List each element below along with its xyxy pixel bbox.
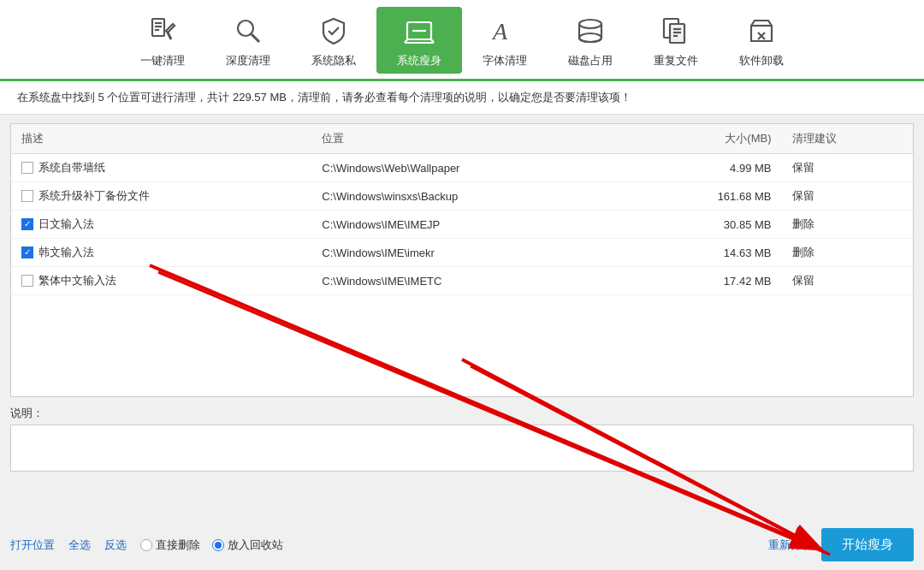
ruanjian-icon [743,12,780,50]
table-cell-size: 17.42 MB [631,267,781,295]
col-desc: 描述 [11,124,311,154]
bottom-bar: 打开位置 全选 反选 直接删除 放入回收站 重新分析 开始瘦身 [0,520,924,570]
toolbar: 一键清理 深度清理 系统隐私 [0,0,924,81]
table-checkbox[interactable] [21,246,33,258]
toolbar-label-ziti: 字体清理 [483,53,527,68]
col-path: 位置 [311,124,631,154]
col-size: 大小(MB) [631,124,781,154]
chongfu-icon [657,12,695,50]
deselect-link[interactable]: 反选 [104,537,127,553]
table-checkbox[interactable] [21,218,33,230]
desc-section: 说明： [10,406,914,472]
table-cell-size: 14.63 MB [631,239,781,267]
table-cell-path: C:\Windows\IME\IMETC [311,267,631,295]
radio-label-direct: 直接删除 [156,537,200,553]
table-row[interactable]: 系统升级补丁备份文件C:\Windows\winsxs\Backup161.68… [11,182,913,211]
table-cell-advice: 保留 [782,267,913,295]
toolbar-item-ziti[interactable]: A 字体清理 [462,7,548,74]
open-location-link[interactable]: 打开位置 [10,537,55,553]
table-cell-desc: 繁体中文输入法 [11,267,311,295]
table-checkbox[interactable] [21,275,33,287]
table-cell-advice: 删除 [782,239,913,267]
table-cell-desc: 韩文输入法 [11,239,311,267]
toolbar-item-shendu[interactable]: 深度清理 [205,7,291,74]
table-cell-advice: 删除 [782,211,913,239]
table-cell-desc: 系统自带墙纸 [11,154,311,182]
table-header-row: 描述 位置 大小(MB) 清理建议 [11,124,913,154]
svg-point-13 [579,33,601,42]
radio-group: 直接删除 放入回收站 [140,537,283,553]
svg-text:A: A [491,18,508,45]
toolbar-item-yijian[interactable]: 一键清理 [120,7,205,74]
yijian-icon [144,12,181,50]
bottom-left: 打开位置 全选 反选 直接删除 放入回收站 [10,537,768,553]
col-advice: 清理建议 [782,124,913,154]
table-row[interactable]: 繁体中文输入法C:\Windows\IME\IMETC17.42 MB保留 [11,267,913,295]
table-item-label: 日文输入法 [38,217,94,232]
table-cell-desc: 系统升级补丁备份文件 [11,182,311,211]
table-cell-desc: 日文输入法 [11,211,311,239]
table-item-label: 繁体中文输入法 [38,273,116,288]
svg-point-4 [238,21,253,36]
toolbar-label-chongfu: 重复文件 [654,53,698,68]
table-cell-path: C:\Windows\IME\imekr [311,239,631,267]
cipan-icon [572,12,609,50]
table-cell-size: 161.68 MB [631,182,781,211]
toolbar-label-cipan: 磁盘占用 [568,53,613,68]
table-cell-advice: 保留 [782,154,913,182]
table-item-label: 系统升级补丁备份文件 [38,188,150,204]
svg-line-5 [252,34,259,42]
yinsi-icon [315,12,352,50]
radio-direct-delete[interactable]: 直接删除 [140,537,200,553]
toolbar-label-yijian: 一键清理 [140,53,185,68]
toolbar-label-ruanjian: 软件卸载 [739,53,784,68]
bottom-right: 重新分析 开始瘦身 [768,528,914,561]
table-row[interactable]: 韩文输入法C:\Windows\IME\imekr14.63 MB删除 [11,239,913,267]
radio-circle-direct [140,539,152,551]
table-cell-advice: 保留 [782,182,913,211]
desc-box [10,425,914,472]
table-cell-path: C:\Windows\IME\IMEJP [311,211,631,239]
table-row[interactable]: 系统自带墙纸C:\Windows\Web\Wallpaper4.99 MB保留 [11,154,913,182]
shoushen-icon [400,12,438,50]
toolbar-item-shoushen[interactable]: 系统瘦身 [376,7,462,74]
radio-recycle[interactable]: 放入回收站 [212,537,283,553]
table-cell-size: 4.99 MB [631,154,781,182]
table-checkbox[interactable] [21,190,33,202]
table-row[interactable]: 日文输入法C:\Windows\IME\IMEJP30.85 MB删除 [11,211,913,239]
table-checkbox[interactable] [21,162,33,174]
toolbar-label-shoushen: 系统瘦身 [397,53,441,68]
toolbar-item-yinsi[interactable]: 系统隐私 [291,7,376,74]
table-cell-size: 30.85 MB [631,211,781,239]
start-button[interactable]: 开始瘦身 [821,528,914,561]
toolbar-label-yinsi: 系统隐私 [311,53,356,68]
main-content: 描述 位置 大小(MB) 清理建议 系统自带墙纸C:\Windows\Web\W… [10,123,914,397]
table-item-label: 韩文输入法 [38,245,94,260]
radio-circle-recycle [212,539,224,551]
table-cell-path: C:\Windows\Web\Wallpaper [311,154,631,182]
select-all-link[interactable]: 全选 [68,537,91,553]
info-text: 在系统盘中找到 5 个位置可进行清理，共计 229.57 MB，清理前，请务必查… [17,91,631,104]
info-bar: 在系统盘中找到 5 个位置可进行清理，共计 229.57 MB，清理前，请务必查… [0,81,924,115]
radio-label-recycle: 放入回收站 [228,537,283,553]
toolbar-item-chongfu[interactable]: 重复文件 [633,7,719,74]
desc-label: 说明： [10,406,914,421]
svg-point-12 [579,20,601,28]
table-cell-path: C:\Windows\winsxs\Backup [311,182,631,211]
data-table: 描述 位置 大小(MB) 清理建议 系统自带墙纸C:\Windows\Web\W… [11,124,913,295]
toolbar-label-shendu: 深度清理 [226,53,270,68]
reanalyze-button[interactable]: 重新分析 [768,537,813,553]
toolbar-item-cipan[interactable]: 磁盘占用 [548,7,633,74]
toolbar-item-ruanjian[interactable]: 软件卸载 [719,7,804,74]
table-item-label: 系统自带墙纸 [38,160,105,175]
shendu-icon [229,12,267,50]
ziti-icon: A [486,12,524,50]
